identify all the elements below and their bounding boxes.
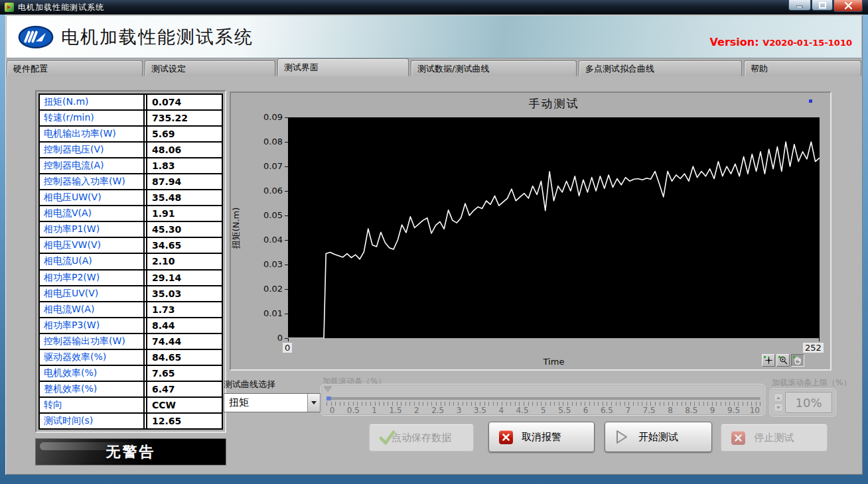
legend-marker-icon[interactable]	[809, 99, 812, 103]
x-axis-min-label[interactable]: 0	[283, 343, 292, 353]
load-slider[interactable]: 00.511.522.533.544.555.566.577.588.599.5…	[321, 384, 765, 416]
param-value: 34.65	[146, 238, 222, 253]
start-test-button[interactable]: 开始测试	[605, 422, 712, 452]
param-value: 87.94	[146, 174, 222, 189]
pan-hand-tool-icon[interactable]	[791, 354, 804, 367]
torque-trace	[288, 142, 820, 338]
param-value: 45.30	[146, 222, 222, 237]
param-value: 735.22	[146, 111, 222, 125]
plot-area[interactable]	[288, 117, 820, 338]
app-window: 电机加载性能测试系统 电机加载性能测试系统	[0, 0, 868, 484]
title-bar: 电机加载性能测试系统	[0, 0, 868, 15]
maximize-button[interactable]	[812, 0, 833, 11]
app-header: 电机加载性能测试系统 Version: V2020-01-15-1010	[7, 16, 861, 58]
y-tick-label: 0	[232, 333, 283, 343]
crosshair-tool-icon[interactable]	[762, 354, 775, 367]
param-label: 控制器电压(V)	[40, 143, 145, 157]
slider-tick-label: 6.5	[597, 406, 617, 415]
table-row: 整机效率(%)6.47	[40, 382, 222, 398]
spinner-down-icon[interactable]	[774, 403, 783, 412]
param-label: 转速(r/min)	[40, 111, 145, 125]
chevron-down-icon[interactable]	[307, 394, 320, 412]
window-title: 电机加载性能测试系统	[18, 2, 104, 13]
table-row: 控制器电压(V)48.06	[40, 143, 222, 158]
param-value: 48.06	[146, 143, 222, 157]
y-tick-mark	[285, 265, 288, 265]
slider-tick-label: 4.5	[512, 406, 533, 415]
spinner-up-icon[interactable]	[774, 393, 783, 402]
slider-track[interactable]	[326, 397, 760, 400]
param-label: 相电流U(A)	[40, 254, 145, 269]
chart-panel: 手动测试 0.090.080.070.060.050.040.030.020.0…	[230, 91, 832, 371]
readout-table: 扭矩(N.m)0.074转速(r/min)735.22电机输出功率(W)5.69…	[38, 93, 223, 430]
warning-banner-text: 无警告	[106, 442, 156, 462]
x-axis-max-label[interactable]: 252	[803, 343, 824, 353]
table-row: 转速(r/min)735.22	[40, 111, 222, 127]
table-row: 相功率P1(W)45.30	[40, 222, 222, 238]
tab-test-data-curves[interactable]: 测试数据/测试曲线	[411, 60, 577, 76]
close-button[interactable]	[833, 0, 863, 12]
slider-tick-label: 8.5	[681, 406, 701, 415]
table-row: 相电压UV(V)35.03	[40, 286, 222, 302]
jog-save-data-button[interactable]: 点动保存数据	[369, 424, 474, 452]
tab-hardware-config[interactable]: 硬件配置	[7, 60, 143, 76]
slider-thumb[interactable]	[324, 387, 332, 396]
y-tick-label: 0.09	[232, 112, 283, 122]
upper-limit-value[interactable]: 10%	[785, 392, 832, 413]
param-value: 29.14	[146, 271, 222, 285]
param-label: 相电流W(A)	[40, 302, 145, 317]
tab-help[interactable]: 帮助	[744, 60, 861, 76]
y-tick-mark	[285, 191, 288, 192]
table-row: 控制器输出功率(W)74.44	[40, 334, 222, 350]
minimize-button[interactable]	[788, 0, 811, 11]
y-tick-mark	[285, 117, 288, 118]
param-label: 控制器输入功率(W)	[40, 174, 145, 189]
param-label: 相功率P1(W)	[40, 222, 145, 237]
slider-tick-label: 5.5	[554, 406, 575, 415]
version-text: Version: V2020-01-15-1010	[710, 36, 852, 48]
table-row: 相电流V(A)1.91	[40, 206, 222, 222]
slider-tick-label: 9	[702, 406, 723, 415]
param-label: 扭矩(N.m)	[40, 95, 145, 109]
tab-test-interface[interactable]: 测试界面	[277, 58, 409, 76]
y-tick-label: 0.07	[232, 161, 283, 171]
curve-select-dropdown[interactable]: 扭矩	[224, 393, 321, 412]
param-label: 转向	[40, 398, 145, 412]
zoom-tool-icon[interactable]	[776, 354, 790, 367]
param-value: CCW	[146, 398, 222, 412]
param-value: 6.47	[146, 382, 222, 396]
readout-table-frame: 扭矩(N.m)0.074转速(r/min)735.22电机输出功率(W)5.69…	[35, 90, 226, 433]
param-label: 相电压UV(V)	[40, 286, 145, 301]
app-title: 电机加载性能测试系统	[61, 25, 253, 49]
slider-tick-label: 1.5	[386, 406, 406, 415]
stop-test-button[interactable]: 停止测试	[721, 424, 828, 452]
table-row: 相电流W(A)1.73	[40, 302, 222, 318]
table-row: 相功率P3(W)8.44	[40, 318, 222, 334]
param-label: 相电压VW(V)	[40, 238, 145, 253]
upper-limit-spinner: 10%	[770, 389, 836, 416]
param-value: 74.44	[146, 334, 222, 349]
param-label: 相功率P3(W)	[40, 318, 145, 333]
slider-tick-label: 2.5	[427, 406, 448, 415]
param-label: 控制器输出功率(W)	[40, 334, 145, 349]
param-value: 1.73	[146, 302, 222, 317]
param-value: 1.83	[146, 158, 222, 173]
slider-tick-label: 7	[618, 406, 638, 415]
y-tick-mark	[285, 314, 288, 314]
tab-multipoint-fit-curve[interactable]: 多点测试拟合曲线	[579, 60, 742, 76]
y-tick-mark	[285, 166, 288, 167]
slider-tick-label: 7.5	[639, 406, 660, 415]
tab-test-settings[interactable]: 测试设定	[145, 60, 275, 76]
slider-tick-labels: 00.511.522.533.544.555.566.577.588.599.5…	[322, 406, 765, 415]
slider-tick-label: 9.5	[723, 406, 744, 415]
brand-logo-icon	[17, 24, 54, 53]
cancel-alarm-button[interactable]: 取消报警	[488, 422, 595, 452]
slider-tick-label: 3	[449, 406, 469, 415]
slider-tick-label: 5	[533, 406, 553, 415]
y-tick-mark	[285, 240, 288, 241]
param-label: 电机输出功率(W)	[40, 127, 145, 141]
param-label: 相功率P2(W)	[40, 271, 145, 285]
param-label: 驱动器效率(%)	[40, 350, 145, 365]
table-row: 转向CCW	[40, 398, 222, 414]
chart-title: 手动测试	[288, 96, 820, 111]
